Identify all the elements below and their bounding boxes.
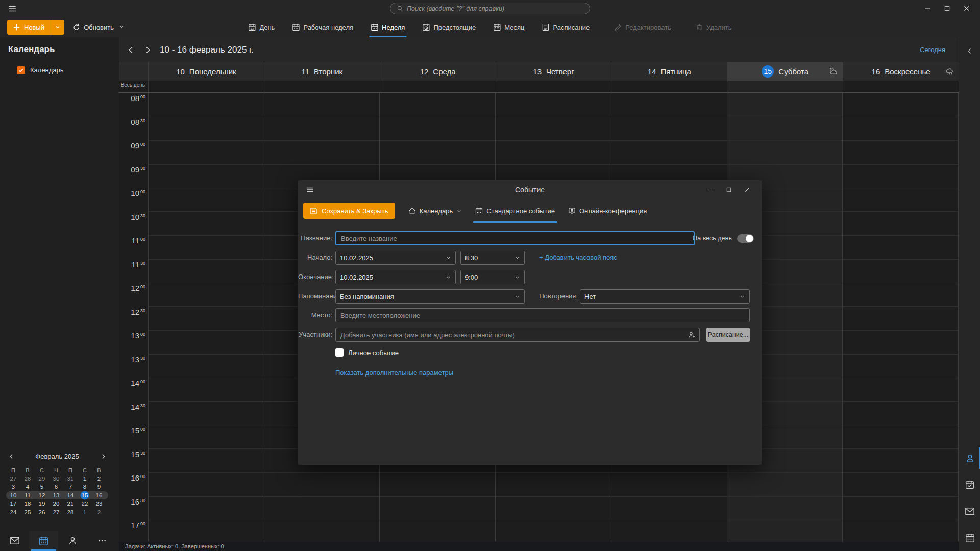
view-tab[interactable]: 12День	[248, 17, 275, 37]
add-timezone-link[interactable]: + Добавить часовой пояс	[539, 251, 617, 265]
attendees-input[interactable]	[336, 328, 699, 341]
search-input[interactable]: Поиск (введите "?" для справки)	[390, 3, 590, 14]
start-time-select[interactable]: 8:30	[460, 251, 525, 265]
calendar-checkbox[interactable]	[17, 66, 25, 74]
mini-calendar-day[interactable]: 6	[49, 483, 63, 491]
mini-calendar-day[interactable]: 26	[35, 508, 49, 517]
day-header-cell[interactable]: 10Понедельник	[148, 62, 264, 81]
next-week-icon[interactable]	[141, 43, 154, 57]
day-header-cell[interactable]: 16Воскресенье	[843, 62, 959, 81]
new-button[interactable]: Новый	[7, 20, 64, 35]
all-day-cell[interactable]	[727, 81, 843, 92]
mini-calendar-day[interactable]: 3	[6, 483, 20, 491]
all-day-cell[interactable]	[148, 81, 264, 92]
dialog-minimize-icon[interactable]	[701, 180, 720, 199]
all-day-cell[interactable]	[843, 81, 959, 92]
start-date-select[interactable]: 10.02.2025	[335, 251, 456, 265]
show-more-options-link[interactable]: Показать дополнительные параметры	[335, 369, 453, 377]
refresh-button[interactable]: Обновить	[72, 23, 125, 31]
view-tab[interactable]: Неделя	[371, 17, 405, 37]
private-event-checkbox[interactable]	[335, 348, 344, 357]
mini-calendar-day[interactable]: 22	[78, 499, 92, 508]
rail-calendar-icon[interactable]	[959, 524, 980, 551]
mini-calendar-day[interactable]: 21	[63, 499, 78, 508]
dialog-maximize-icon[interactable]	[720, 180, 738, 199]
day-header-cell[interactable]: 15Суббота	[727, 62, 843, 81]
tab-online-conference[interactable]: Онлайн-конференция	[568, 199, 647, 222]
collapse-rail-icon[interactable]	[959, 44, 980, 58]
mini-calendar-day[interactable]: 1	[78, 508, 92, 517]
mini-calendar-day[interactable]: 25	[20, 508, 35, 517]
minimize-icon[interactable]	[918, 0, 937, 17]
dock-mail-icon[interactable]	[0, 531, 29, 551]
save-close-button[interactable]: Сохранить & Закрыть	[303, 203, 395, 219]
reminder-select[interactable]: Без напоминания	[335, 289, 525, 304]
day-column[interactable]	[842, 93, 959, 542]
scheduling-button[interactable]: Расписание...	[706, 328, 750, 342]
mini-calendar-day[interactable]: 20	[49, 499, 63, 508]
mini-calendar-next-icon[interactable]	[98, 452, 108, 462]
end-time-select[interactable]: 9:00	[460, 270, 525, 284]
all-day-cell[interactable]	[264, 81, 380, 92]
mini-calendar-day[interactable]: 7	[63, 483, 78, 491]
dock-people-icon[interactable]	[58, 531, 87, 551]
all-day-cell[interactable]	[380, 81, 496, 92]
view-tab[interactable]: Предстоящие	[422, 17, 476, 37]
name-input[interactable]	[336, 232, 694, 244]
rail-mail-icon[interactable]	[959, 498, 980, 524]
maximize-icon[interactable]	[937, 0, 957, 17]
mini-calendar-day[interactable]: 29	[35, 474, 49, 483]
mini-calendar-day[interactable]: 12	[35, 491, 49, 500]
day-header-cell[interactable]: 12Среда	[380, 62, 496, 81]
day-header-cell[interactable]: 11Вторник	[264, 62, 380, 81]
mini-calendar-day[interactable]: 11	[20, 491, 35, 500]
tab-standard-event[interactable]: Стандартное событие	[475, 199, 555, 222]
mini-calendar-day[interactable]: 28	[20, 474, 35, 483]
dock-calendar-icon[interactable]	[29, 531, 58, 551]
mini-calendar-day[interactable]: 17	[6, 499, 20, 508]
sidebar-item-calendar[interactable]: Календарь	[0, 64, 119, 77]
mini-calendar-day[interactable]: 28	[63, 508, 78, 517]
mini-calendar-day[interactable]: 9	[92, 483, 106, 491]
attendees-field[interactable]	[335, 328, 700, 342]
mini-calendar-day[interactable]: 14	[63, 491, 78, 500]
rail-calendar-check-icon[interactable]	[959, 471, 980, 498]
add-person-icon[interactable]	[688, 331, 696, 341]
mini-calendar-day[interactable]: 1	[78, 474, 92, 483]
day-header-cell[interactable]: 13Четверг	[496, 62, 611, 81]
view-tab[interactable]: Расписание	[542, 17, 590, 37]
dialog-close-icon[interactable]	[738, 180, 756, 199]
calendar-dropdown[interactable]: Календарь	[408, 207, 462, 215]
mini-calendar-day[interactable]: 23	[92, 499, 106, 508]
mini-calendar-day[interactable]: 16	[92, 491, 106, 500]
repeat-select[interactable]: Нет	[580, 289, 750, 304]
refresh-dropdown-icon[interactable]	[118, 23, 125, 31]
rail-person-icon[interactable]	[959, 445, 980, 471]
mini-calendar-day[interactable]: 15	[78, 491, 92, 500]
view-tab[interactable]: Рабочая неделя	[292, 17, 353, 37]
mini-calendar-day[interactable]: 27	[49, 508, 63, 517]
app-menu-icon[interactable]	[6, 3, 18, 14]
view-tab[interactable]: Месяц	[493, 17, 524, 37]
day-column[interactable]	[148, 93, 264, 542]
all-day-toggle[interactable]	[737, 234, 754, 243]
mini-calendar-prev-icon[interactable]	[6, 452, 16, 462]
mini-calendar-day[interactable]: 2	[92, 474, 106, 483]
mini-calendar-day[interactable]: 24	[6, 508, 20, 517]
day-header-cell[interactable]: 14Пятница	[611, 62, 727, 81]
mini-calendar-day[interactable]: 19	[35, 499, 49, 508]
mini-calendar-day[interactable]: 5	[35, 483, 49, 491]
mini-calendar-day[interactable]: 2	[92, 508, 106, 517]
name-field[interactable]	[335, 231, 695, 245]
mini-calendar-day[interactable]: 27	[6, 474, 20, 483]
mini-calendar-day[interactable]: 30	[49, 474, 63, 483]
end-date-select[interactable]: 10.02.2025	[335, 270, 456, 284]
dock-more-icon[interactable]	[87, 531, 116, 551]
all-day-cell[interactable]	[496, 81, 611, 92]
mini-calendar-day[interactable]: 13	[49, 491, 63, 500]
close-icon[interactable]	[957, 0, 976, 17]
prev-week-icon[interactable]	[125, 43, 137, 57]
today-link[interactable]: Сегодня	[920, 37, 945, 62]
mini-calendar-day[interactable]: 18	[20, 499, 35, 508]
mini-calendar-day[interactable]: 31	[63, 474, 78, 483]
